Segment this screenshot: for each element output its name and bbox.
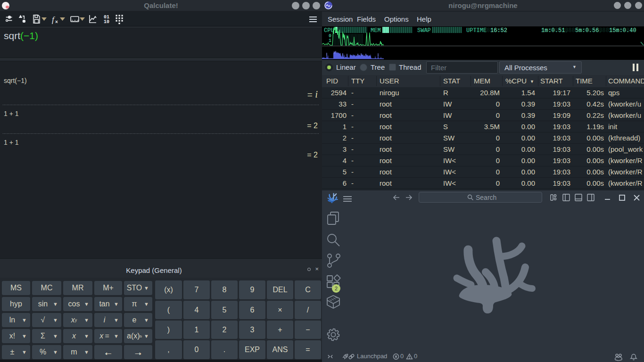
svg-text:2: 2 [335, 286, 338, 291]
svg-text:MEM: MEM [371, 27, 381, 34]
svg-text:1: 1 [329, 38, 331, 43]
svg-text:16:52: 16:52 [490, 27, 507, 34]
svg-text:×: × [55, 19, 58, 25]
svg-text:10: 10 [104, 19, 109, 25]
svg-text:CPU: CPU [324, 27, 334, 34]
svg-text:SWAP: SWAP [417, 27, 431, 34]
svg-text:1m:0.51, 5m:0.56, 15m:0.40: 1m:0.51, 5m:0.56, 15m:0.40 [541, 27, 636, 34]
svg-text:f: f [52, 15, 55, 24]
svg-text:UPTIME: UPTIME [466, 27, 487, 34]
